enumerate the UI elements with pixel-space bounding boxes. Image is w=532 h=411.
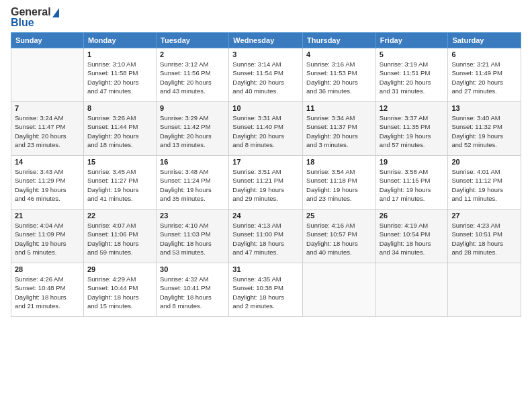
calendar-cell: 14Sunrise: 3:43 AM Sunset: 11:29 PM Dayl… <box>11 156 84 210</box>
calendar-cell <box>11 48 84 102</box>
calendar-cell: 21Sunrise: 4:04 AM Sunset: 11:09 PM Dayl… <box>11 210 84 263</box>
day-info: Sunrise: 4:35 AM Sunset: 10:38 PM Daylig… <box>232 275 299 310</box>
day-info: Sunrise: 4:26 AM Sunset: 10:48 PM Daylig… <box>15 275 80 310</box>
day-info: Sunrise: 4:19 AM Sunset: 10:54 PM Daylig… <box>380 221 445 257</box>
calendar-cell: 28Sunrise: 4:26 AM Sunset: 10:48 PM Dayl… <box>11 263 84 317</box>
header: General Blue <box>11 7 521 28</box>
day-info: Sunrise: 3:34 AM Sunset: 11:37 PM Daylig… <box>306 113 372 149</box>
calendar-cell: 25Sunrise: 4:16 AM Sunset: 10:57 PM Dayl… <box>303 210 376 263</box>
day-info: Sunrise: 3:48 AM Sunset: 11:24 PM Daylig… <box>160 167 225 203</box>
calendar-cell: 11Sunrise: 3:34 AM Sunset: 11:37 PM Dayl… <box>303 102 376 156</box>
calendar-cell: 9Sunrise: 3:29 AM Sunset: 11:42 PM Dayli… <box>157 102 229 156</box>
day-number: 25 <box>306 212 372 220</box>
day-number: 4 <box>306 50 372 58</box>
day-info: Sunrise: 3:16 AM Sunset: 11:53 PM Daylig… <box>306 60 372 95</box>
day-number: 23 <box>160 212 225 220</box>
day-info: Sunrise: 3:12 AM Sunset: 11:56 PM Daylig… <box>160 60 225 95</box>
day-info: Sunrise: 4:07 AM Sunset: 11:06 PM Daylig… <box>87 221 152 257</box>
calendar-cell: 15Sunrise: 3:45 AM Sunset: 11:27 PM Dayl… <box>83 156 156 210</box>
calendar-cell: 19Sunrise: 3:58 AM Sunset: 11:15 PM Dayl… <box>375 156 448 210</box>
day-info: Sunrise: 3:29 AM Sunset: 11:42 PM Daylig… <box>160 113 225 149</box>
weekday-header-wednesday: Wednesday <box>229 33 303 48</box>
day-info: Sunrise: 3:37 AM Sunset: 11:35 PM Daylig… <box>380 113 445 149</box>
day-number: 21 <box>15 212 80 220</box>
day-number: 15 <box>87 158 152 166</box>
day-info: Sunrise: 3:51 AM Sunset: 11:21 PM Daylig… <box>232 167 299 203</box>
day-info: Sunrise: 4:13 AM Sunset: 11:00 PM Daylig… <box>232 221 299 257</box>
day-number: 8 <box>87 104 152 112</box>
day-number: 6 <box>451 50 517 58</box>
day-info: Sunrise: 3:40 AM Sunset: 11:32 PM Daylig… <box>451 113 517 149</box>
calendar-cell: 26Sunrise: 4:19 AM Sunset: 10:54 PM Dayl… <box>375 210 448 263</box>
day-info: Sunrise: 4:32 AM Sunset: 10:41 PM Daylig… <box>160 275 225 310</box>
day-number: 31 <box>232 265 299 273</box>
day-info: Sunrise: 3:24 AM Sunset: 11:47 PM Daylig… <box>15 113 80 149</box>
day-number: 30 <box>160 265 225 273</box>
weekday-header-friday: Friday <box>375 33 448 48</box>
day-number: 2 <box>160 50 225 58</box>
day-number: 3 <box>232 50 299 58</box>
day-number: 16 <box>160 158 225 166</box>
day-number: 18 <box>306 158 372 166</box>
calendar-cell: 29Sunrise: 4:29 AM Sunset: 10:44 PM Dayl… <box>83 263 156 317</box>
calendar-cell: 23Sunrise: 4:10 AM Sunset: 11:03 PM Dayl… <box>157 210 229 263</box>
calendar-week-0: 1Sunrise: 3:10 AM Sunset: 11:58 PM Dayli… <box>11 48 521 102</box>
day-info: Sunrise: 3:54 AM Sunset: 11:18 PM Daylig… <box>306 167 372 203</box>
weekday-header-tuesday: Tuesday <box>157 33 229 48</box>
day-number: 22 <box>87 212 152 220</box>
day-info: Sunrise: 4:04 AM Sunset: 11:09 PM Daylig… <box>15 221 80 257</box>
weekday-header-thursday: Thursday <box>303 33 376 48</box>
weekday-header-monday: Monday <box>83 33 156 48</box>
calendar-cell: 30Sunrise: 4:32 AM Sunset: 10:41 PM Dayl… <box>157 263 229 317</box>
calendar-cell: 20Sunrise: 4:01 AM Sunset: 11:12 PM Dayl… <box>448 156 521 210</box>
day-info: Sunrise: 4:23 AM Sunset: 10:51 PM Daylig… <box>451 221 517 257</box>
day-info: Sunrise: 4:29 AM Sunset: 10:44 PM Daylig… <box>87 275 152 310</box>
day-number: 13 <box>451 104 517 112</box>
day-info: Sunrise: 3:31 AM Sunset: 11:40 PM Daylig… <box>232 113 299 149</box>
day-info: Sunrise: 3:26 AM Sunset: 11:44 PM Daylig… <box>87 113 152 149</box>
calendar-table: SundayMondayTuesdayWednesdayThursdayFrid… <box>11 32 521 317</box>
day-number: 9 <box>160 104 225 112</box>
day-number: 28 <box>15 265 80 273</box>
page: General Blue SundayMondayTuesdayWednesda… <box>0 0 532 411</box>
calendar-cell: 27Sunrise: 4:23 AM Sunset: 10:51 PM Dayl… <box>448 210 521 263</box>
calendar-cell: 31Sunrise: 4:35 AM Sunset: 10:38 PM Dayl… <box>229 263 303 317</box>
day-number: 10 <box>232 104 299 112</box>
calendar-cell: 10Sunrise: 3:31 AM Sunset: 11:40 PM Dayl… <box>229 102 303 156</box>
calendar-cell: 16Sunrise: 3:48 AM Sunset: 11:24 PM Dayl… <box>157 156 229 210</box>
day-number: 24 <box>232 212 299 220</box>
day-info: Sunrise: 3:45 AM Sunset: 11:27 PM Daylig… <box>87 167 152 203</box>
calendar-cell: 7Sunrise: 3:24 AM Sunset: 11:47 PM Dayli… <box>11 102 84 156</box>
calendar-cell: 13Sunrise: 3:40 AM Sunset: 11:32 PM Dayl… <box>448 102 521 156</box>
day-number: 20 <box>451 158 517 166</box>
calendar-week-3: 21Sunrise: 4:04 AM Sunset: 11:09 PM Dayl… <box>11 210 521 263</box>
day-number: 19 <box>380 158 445 166</box>
logo: General Blue <box>11 7 59 28</box>
day-info: Sunrise: 3:14 AM Sunset: 11:54 PM Daylig… <box>232 60 299 95</box>
calendar-cell: 12Sunrise: 3:37 AM Sunset: 11:35 PM Dayl… <box>375 102 448 156</box>
day-info: Sunrise: 3:58 AM Sunset: 11:15 PM Daylig… <box>380 167 445 203</box>
calendar-cell <box>448 263 521 317</box>
day-number: 5 <box>380 50 445 58</box>
calendar-cell: 1Sunrise: 3:10 AM Sunset: 11:58 PM Dayli… <box>83 48 156 102</box>
weekday-header-saturday: Saturday <box>448 33 521 48</box>
weekday-header-sunday: Sunday <box>11 33 84 48</box>
day-info: Sunrise: 3:10 AM Sunset: 11:58 PM Daylig… <box>87 60 152 95</box>
day-number: 26 <box>380 212 445 220</box>
day-number: 14 <box>15 158 80 166</box>
calendar-cell: 6Sunrise: 3:21 AM Sunset: 11:49 PM Dayli… <box>448 48 521 102</box>
day-info: Sunrise: 4:01 AM Sunset: 11:12 PM Daylig… <box>451 167 517 203</box>
calendar-cell <box>303 263 376 317</box>
calendar-cell: 2Sunrise: 3:12 AM Sunset: 11:56 PM Dayli… <box>157 48 229 102</box>
calendar-cell: 3Sunrise: 3:14 AM Sunset: 11:54 PM Dayli… <box>229 48 303 102</box>
weekday-header-row: SundayMondayTuesdayWednesdayThursdayFrid… <box>11 33 521 48</box>
calendar-cell: 18Sunrise: 3:54 AM Sunset: 11:18 PM Dayl… <box>303 156 376 210</box>
logo-text: General Blue <box>11 7 59 28</box>
calendar-week-4: 28Sunrise: 4:26 AM Sunset: 10:48 PM Dayl… <box>11 263 521 317</box>
calendar-cell: 24Sunrise: 4:13 AM Sunset: 11:00 PM Dayl… <box>229 210 303 263</box>
calendar-week-2: 14Sunrise: 3:43 AM Sunset: 11:29 PM Dayl… <box>11 156 521 210</box>
day-number: 29 <box>87 265 152 273</box>
day-number: 1 <box>87 50 152 58</box>
calendar-cell: 5Sunrise: 3:19 AM Sunset: 11:51 PM Dayli… <box>375 48 448 102</box>
day-info: Sunrise: 3:21 AM Sunset: 11:49 PM Daylig… <box>451 60 517 95</box>
